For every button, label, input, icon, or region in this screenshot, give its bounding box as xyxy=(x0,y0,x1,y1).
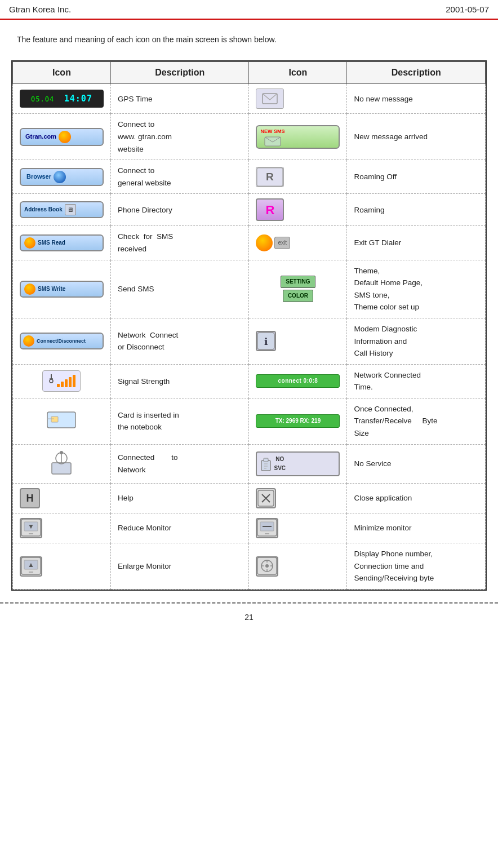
exit-dialer-icon: exit xyxy=(256,234,340,251)
address-book-desc: Phone Directory xyxy=(110,194,249,226)
modem-info-desc: Modem DiagnosticInformation andCall Hist… xyxy=(347,318,486,364)
card-inserted-icon-cell xyxy=(13,398,111,444)
modem-info-icon: ℹ xyxy=(256,331,276,351)
connect-disconnect-icon-cell: Connect/Disconnect xyxy=(13,318,111,364)
browser-icon-cell: Browser xyxy=(13,160,111,194)
no-message-desc: No new message xyxy=(347,84,486,114)
enlarge-monitor-desc: Enlarge Monitor xyxy=(110,543,249,590)
svg-rect-12 xyxy=(51,417,58,422)
page-header: Gtran Korea Inc. 2001-05-07 xyxy=(0,0,498,20)
connect-time-desc: Network ConnectedTime. xyxy=(347,364,486,398)
exit-dialer-icon-cell: exit xyxy=(249,226,347,260)
roaming-on-icon: R xyxy=(256,198,284,221)
table-row: ▲ Enlarge Monitor Display Phone number,C… xyxy=(13,543,486,590)
gtran-desc: Connect towww. gtran.comwebsite xyxy=(110,114,249,160)
no-message-icon xyxy=(256,88,284,109)
table-row: Gtran.com Connect towww. gtran.comwebsit… xyxy=(13,114,486,160)
address-book-icon: Address Book 🖥 xyxy=(20,201,104,218)
col-icon-2: Icon xyxy=(249,62,347,84)
col-desc-1: Description xyxy=(110,62,249,84)
browser-icon: Browser xyxy=(20,168,104,186)
connect-time-icon-cell: connect 0:0:8 xyxy=(249,364,347,398)
minimize-monitor-desc: Minimize monitor xyxy=(347,513,486,543)
main-table-wrapper: Icon Description Icon Description 05.04 … xyxy=(11,60,487,591)
svg-rect-14 xyxy=(52,463,71,474)
address-book-icon-cell: Address Book 🖥 xyxy=(13,194,111,226)
new-message-desc: New message arrived xyxy=(347,114,486,160)
reduce-monitor-desc: Reduce Monitor xyxy=(110,513,249,543)
svg-text:▲: ▲ xyxy=(28,561,34,569)
intro-paragraph: The feature and meaning of each icon on … xyxy=(0,20,498,55)
sms-write-icon: SMS Write xyxy=(20,281,104,298)
setting-color-icon: SETTING COLOR xyxy=(256,276,340,302)
enlarge-monitor-icon-cell: ▲ xyxy=(13,543,111,590)
signal-strength-icon-cell xyxy=(13,364,111,398)
signal-strength-icon xyxy=(42,370,81,392)
col-desc-2: Description xyxy=(347,62,486,84)
browser-desc: Connect togeneral website xyxy=(110,160,249,194)
roaming-on-icon-cell: R xyxy=(249,194,347,226)
new-sms-icon-cell: NEW SMS xyxy=(249,114,347,160)
date-text: 2001-05-07 xyxy=(446,5,489,14)
no-service-icon-cell: NO SVC xyxy=(249,444,347,484)
connected-network-icon xyxy=(47,449,75,479)
connected-network-desc: Connected toNetwork xyxy=(110,444,249,484)
help-icon: H xyxy=(20,488,40,508)
reduce-monitor-icon-cell: ▼ xyxy=(13,513,111,543)
help-icon-cell: H xyxy=(13,484,111,513)
close-app-icon xyxy=(256,488,276,508)
setting-color-icon-cell: SETTING COLOR xyxy=(249,260,347,318)
icon-description-table: Icon Description Icon Description 05.04 … xyxy=(12,61,486,590)
table-row: SMS Write Send SMS SETTING COLOR Theme,D… xyxy=(13,260,486,318)
table-row: Connected toNetwork NO xyxy=(13,444,486,484)
connect-time-icon: connect 0:0:8 xyxy=(256,374,340,388)
svg-text:▼: ▼ xyxy=(28,522,34,530)
minimize-monitor-icon-cell xyxy=(249,513,347,543)
roaming-off-desc: Roaming Off xyxy=(347,160,486,194)
gps-time-icon-cell: 05.04 14:07 xyxy=(13,84,111,114)
tx-rx-desc: Once Connected,Transfer/Receive ByteSize xyxy=(347,398,486,444)
sms-write-icon-cell: SMS Write xyxy=(13,260,111,318)
minimize-monitor-icon xyxy=(256,518,278,538)
company-name: Gtran Korea Inc. xyxy=(9,5,71,14)
tx-rx-icon-cell: TX: 2969 RX: 219 xyxy=(249,398,347,444)
close-app-icon-cell xyxy=(249,484,347,513)
exit-dialer-desc: Exit GT Dialer xyxy=(347,226,486,260)
table-row: 05.04 14:07 GPS Time No new message xyxy=(13,84,486,114)
table-row: Signal Strength connect 0:0:8 Network Co… xyxy=(13,364,486,398)
table-row: Browser Connect togeneral website R Roam… xyxy=(13,160,486,194)
roaming-off-icon: R xyxy=(256,167,284,187)
sms-read-desc: Check for SMSreceived xyxy=(110,226,249,260)
no-service-icon: NO SVC xyxy=(256,451,340,476)
svg-text:ℹ: ℹ xyxy=(264,336,268,347)
new-sms-icon: NEW SMS xyxy=(256,125,340,149)
display-phone-desc: Display Phone number,Connection time and… xyxy=(347,543,486,590)
svg-rect-19 xyxy=(264,458,268,462)
svg-point-10 xyxy=(50,379,53,383)
tx-rx-icon: TX: 2969 RX: 219 xyxy=(256,414,340,428)
table-row: Card is inserted inthe notebook TX: 2969… xyxy=(13,398,486,444)
connected-network-icon-cell xyxy=(13,444,111,484)
card-inserted-desc: Card is inserted inthe notebook xyxy=(110,398,249,444)
no-service-desc: No Service xyxy=(347,444,486,484)
sms-read-icon-cell: SMS Read xyxy=(13,226,111,260)
svg-rect-18 xyxy=(261,460,270,471)
table-row: Connect/Disconnect Network Connector Dis… xyxy=(13,318,486,364)
svg-point-16 xyxy=(60,451,63,454)
sms-write-desc: Send SMS xyxy=(110,260,249,318)
roaming-desc: Roaming xyxy=(347,194,486,226)
signal-strength-desc: Signal Strength xyxy=(110,364,249,398)
display-phone-icon xyxy=(256,556,278,577)
table-row: Address Book 🖥 Phone Directory R Roaming xyxy=(13,194,486,226)
svg-text:R: R xyxy=(266,171,274,183)
connect-disconnect-icon: Connect/Disconnect xyxy=(20,333,104,349)
page-number: 21 xyxy=(244,613,254,622)
gtran-website-icon: Gtran.com xyxy=(20,128,104,146)
sms-read-icon: SMS Read xyxy=(20,234,104,251)
table-row: SMS Read Check for SMSreceived exit Exit… xyxy=(13,226,486,260)
close-app-desc: Close application xyxy=(347,484,486,513)
enlarge-monitor-icon: ▲ xyxy=(20,556,42,577)
display-phone-icon-cell xyxy=(249,543,347,590)
help-desc: Help xyxy=(110,484,249,513)
reduce-monitor-icon: ▼ xyxy=(20,518,42,538)
